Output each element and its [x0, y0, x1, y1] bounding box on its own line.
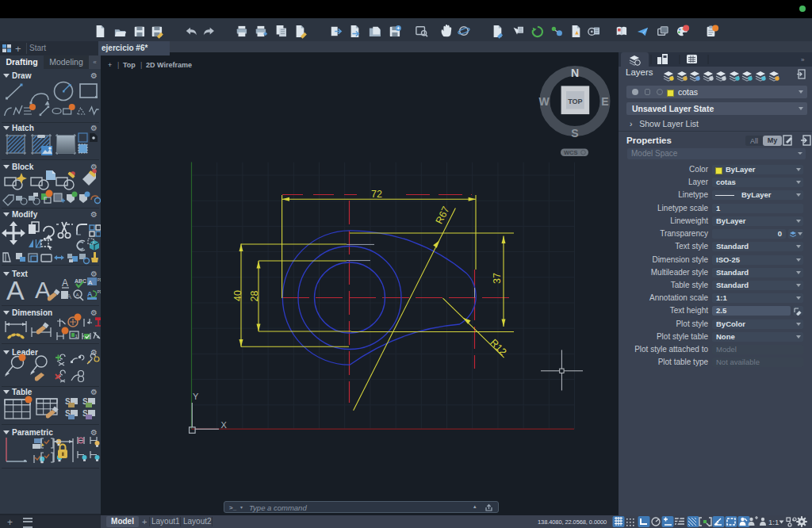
svg-text:R67: R67: [434, 205, 452, 226]
svg-text:A: A: [67, 293, 71, 300]
svg-text:A: A: [88, 279, 93, 286]
svg-text:28: 28: [249, 291, 260, 302]
svg-text:|: |: [117, 61, 119, 69]
svg-text:A: A: [6, 275, 25, 305]
svg-text:37: 37: [492, 273, 503, 284]
svg-text:1: 1: [75, 334, 79, 339]
svg-text:TOP: TOP: [568, 98, 582, 105]
svg-text:+: +: [108, 61, 112, 69]
svg-text:WCS: WCS: [564, 149, 578, 156]
svg-text:S: S: [571, 127, 578, 140]
svg-text:N: N: [571, 67, 579, 79]
svg-text:E: E: [601, 95, 608, 108]
svg-text:Top: Top: [123, 61, 136, 69]
svg-text:72: 72: [371, 189, 382, 200]
svg-text:A: A: [76, 293, 79, 297]
svg-text:1:1: 1:1: [768, 518, 779, 526]
svg-text:ABC: ABC: [75, 278, 86, 284]
svg-text:X: X: [221, 420, 228, 430]
svg-text:W: W: [538, 95, 550, 108]
svg-text:A: A: [62, 277, 68, 289]
svg-text:|: |: [140, 61, 142, 69]
svg-text:»: »: [801, 56, 805, 63]
svg-text:Y: Y: [193, 392, 199, 401]
svg-text:40: 40: [232, 290, 243, 301]
svg-text:2D Wireframe: 2D Wireframe: [146, 61, 192, 69]
svg-text:R12: R12: [488, 337, 508, 358]
